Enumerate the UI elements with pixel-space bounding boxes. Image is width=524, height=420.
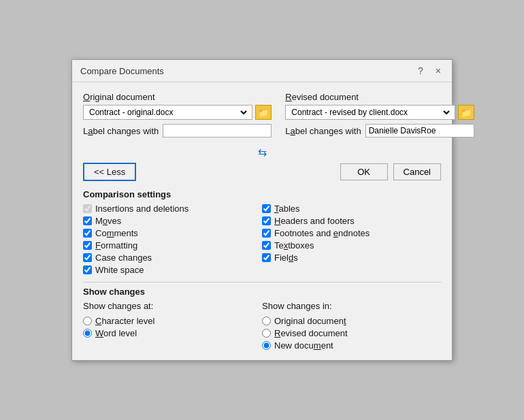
title-bar-controls: ? × <box>415 65 444 76</box>
radio-char-level: Character level <box>83 316 262 326</box>
revised-label-changes-row: Label changes with <box>285 124 474 138</box>
title-bar: Compare Documents ? × <box>72 60 452 82</box>
original-doc-folder-button[interactable]: 📁 <box>255 105 272 120</box>
check-headers-footers: Headers and footers <box>262 216 441 226</box>
show-changes-at-label: Show changes at: <box>83 301 262 311</box>
revised-doc-col: Revised document Contract - revised by c… <box>285 92 474 140</box>
original-doc-label: Original document <box>83 92 272 102</box>
comparison-right-col: Tables Headers and footers Footnotes and… <box>262 204 441 275</box>
radio-revised-doc: Revised document <box>262 328 441 338</box>
ok-cancel-group: OK Cancel <box>340 163 441 180</box>
original-doc-dropdown[interactable]: Contract - original.docx <box>83 105 252 120</box>
check-moves-input[interactable] <box>83 216 92 225</box>
original-doc-select[interactable]: Contract - original.docx <box>86 106 249 118</box>
check-tables: Tables <box>262 204 441 214</box>
check-white-space: White space <box>83 265 262 275</box>
check-case-changes-label: Case changes <box>95 253 152 263</box>
revised-label-changes-label: Label changes with <box>285 126 361 136</box>
radio-original-doc-input[interactable] <box>262 317 271 325</box>
radio-word-level-input[interactable] <box>83 329 92 338</box>
less-button[interactable]: << Less <box>83 163 136 181</box>
document-columns: Original document Contract - original.do… <box>83 92 441 140</box>
radio-revised-doc-label: Revised document <box>274 328 348 338</box>
check-footnotes-input[interactable] <box>262 229 271 238</box>
swap-button[interactable]: ⇆ <box>258 146 267 159</box>
check-formatting-input[interactable] <box>83 241 92 250</box>
ok-button[interactable]: OK <box>340 163 388 180</box>
comparison-settings-grid: Insertions and deletions Moves Comments … <box>83 204 441 275</box>
check-headers-footers-input[interactable] <box>262 216 271 225</box>
check-insertions-deletions: Insertions and deletions <box>83 204 262 214</box>
close-button[interactable]: × <box>433 65 444 76</box>
radio-word-level: Word level <box>83 328 262 338</box>
swap-row: ⇆ <box>83 146 441 159</box>
original-label-changes-label: Label changes with <box>83 126 159 136</box>
check-fields-label: Fields <box>274 253 298 263</box>
comparison-left-col: Insertions and deletions Moves Comments … <box>83 204 262 275</box>
dialog-body: Original document Contract - original.do… <box>72 82 452 360</box>
original-doc-col: Original document Contract - original.do… <box>83 92 272 140</box>
show-changes-in-col: Show changes in: Original document Revis… <box>262 301 441 351</box>
revised-doc-label: Revised document <box>285 92 474 102</box>
check-comments-input[interactable] <box>83 229 92 238</box>
check-comments-label: Comments <box>95 228 138 238</box>
show-changes-title: Show changes <box>83 287 441 297</box>
check-insertions-deletions-label: Insertions and deletions <box>95 204 189 214</box>
check-formatting: Formatting <box>83 240 262 251</box>
radio-word-level-label: Word level <box>95 328 137 338</box>
check-moves-label: Moves <box>95 216 121 226</box>
check-tables-label: Tables <box>274 204 300 214</box>
revised-doc-select[interactable]: Contract - revised by client.docx <box>289 106 451 118</box>
check-footnotes-label: Footnotes and endnotes <box>274 228 370 238</box>
radio-new-doc-input[interactable] <box>262 341 271 350</box>
radio-char-level-label: Character level <box>95 316 154 326</box>
original-label-changes-input[interactable] <box>163 124 272 138</box>
check-formatting-label: Formatting <box>95 240 137 251</box>
compare-documents-dialog: Compare Documents ? × Original document … <box>71 59 453 361</box>
show-changes-grid: Show changes at: Character level Word le… <box>83 301 441 351</box>
check-case-changes-input[interactable] <box>83 253 92 262</box>
check-fields: Fields <box>262 253 441 263</box>
radio-new-doc-label: New document <box>274 340 333 351</box>
show-changes-at-col: Show changes at: Character level Word le… <box>83 301 262 351</box>
check-footnotes: Footnotes and endnotes <box>262 228 441 238</box>
section-divider <box>83 282 441 282</box>
check-textboxes-label: Textboxes <box>274 240 314 251</box>
check-white-space-label: White space <box>95 265 144 275</box>
check-moves: Moves <box>83 216 262 226</box>
radio-original-doc-label: Original document <box>274 316 346 326</box>
show-changes-in-label: Show changes in: <box>262 301 441 311</box>
check-case-changes: Case changes <box>83 253 262 263</box>
comparison-settings-title: Comparison settings <box>83 189 441 199</box>
revised-doc-input-row: Contract - revised by client.docx 📁 <box>285 105 474 120</box>
cancel-button[interactable]: Cancel <box>393 163 441 180</box>
check-comments: Comments <box>83 228 262 238</box>
radio-new-doc: New document <box>262 340 441 351</box>
revised-label-changes-input[interactable] <box>365 124 474 138</box>
check-fields-input[interactable] <box>262 253 271 262</box>
button-row: << Less OK Cancel <box>83 163 441 181</box>
original-doc-input-row: Contract - original.docx 📁 <box>83 105 272 120</box>
check-insertions-deletions-input[interactable] <box>83 204 92 213</box>
show-changes-section: Show changes Show changes at: Character … <box>83 287 441 351</box>
help-button[interactable]: ? <box>415 65 426 76</box>
revised-doc-folder-button[interactable]: 📁 <box>458 105 474 120</box>
dialog-title: Compare Documents <box>80 66 164 76</box>
check-headers-footers-label: Headers and footers <box>274 216 355 226</box>
radio-revised-doc-input[interactable] <box>262 329 271 338</box>
radio-original-doc: Original document <box>262 316 441 326</box>
check-textboxes-input[interactable] <box>262 241 271 250</box>
original-label-changes-row: Label changes with <box>83 124 272 138</box>
check-tables-input[interactable] <box>262 204 271 213</box>
revised-doc-dropdown[interactable]: Contract - revised by client.docx <box>285 105 455 120</box>
check-textboxes: Textboxes <box>262 240 441 251</box>
radio-char-level-input[interactable] <box>83 317 92 325</box>
check-white-space-input[interactable] <box>83 265 92 274</box>
